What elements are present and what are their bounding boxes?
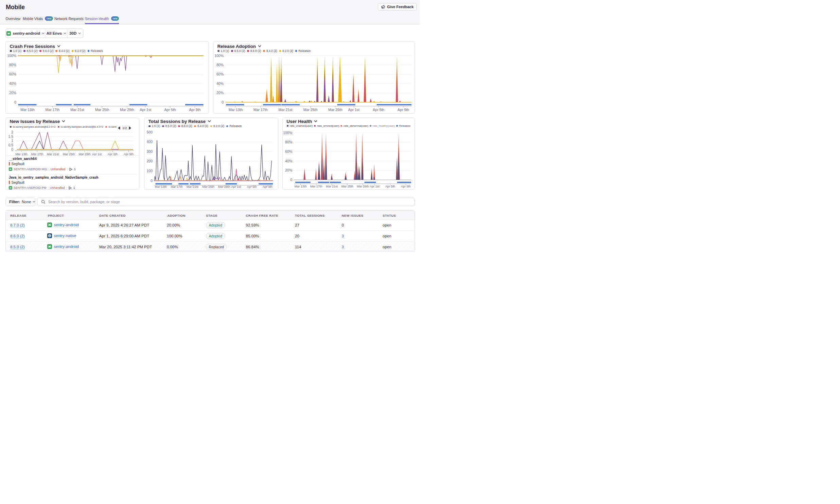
svg-text:Mar 17th: Mar 17th bbox=[310, 185, 322, 188]
svg-text:Mar 17th: Mar 17th bbox=[253, 108, 268, 112]
svg-text:Mar 17th: Mar 17th bbox=[171, 185, 183, 188]
svg-text:0.5: 0.5 bbox=[8, 143, 13, 147]
svg-text:Mar 21st: Mar 21st bbox=[326, 185, 338, 188]
svg-text:Mar 21st: Mar 21st bbox=[279, 108, 293, 112]
svg-text:100%: 100% bbox=[283, 131, 292, 135]
svg-text:Apr 5th: Apr 5th bbox=[385, 185, 395, 188]
svg-text:20%: 20% bbox=[285, 168, 292, 172]
svg-text:Mar 25th: Mar 25th bbox=[341, 185, 353, 188]
svg-text:20%: 20% bbox=[216, 91, 224, 95]
svg-text:Mar 25th: Mar 25th bbox=[95, 108, 109, 112]
svg-text:Mar 29th: Mar 29th bbox=[357, 185, 369, 188]
svg-text:80%: 80% bbox=[9, 62, 16, 67]
svg-text:100%: 100% bbox=[7, 53, 16, 57]
svg-text:80%: 80% bbox=[216, 62, 224, 67]
svg-text:Apr 5th: Apr 5th bbox=[373, 108, 384, 112]
svg-text:Apr 1st: Apr 1st bbox=[140, 108, 151, 112]
svg-text:Mar 29th: Mar 29th bbox=[328, 108, 343, 112]
svg-text:0: 0 bbox=[151, 179, 153, 183]
svg-text:Mar 25th: Mar 25th bbox=[202, 185, 214, 188]
svg-text:C: C bbox=[49, 234, 51, 237]
svg-text:Apr 9th: Apr 9th bbox=[401, 185, 410, 188]
svg-text:Mar 29th: Mar 29th bbox=[218, 185, 230, 188]
svg-text:200: 200 bbox=[146, 159, 153, 163]
svg-text:0: 0 bbox=[14, 100, 16, 104]
svg-text:40%: 40% bbox=[216, 81, 224, 85]
svg-text:400: 400 bbox=[146, 140, 153, 144]
svg-text:60%: 60% bbox=[9, 72, 16, 76]
svg-text:Apr 9th: Apr 9th bbox=[263, 185, 273, 188]
svg-text:Mar 13th: Mar 13th bbox=[229, 108, 243, 112]
svg-text:Apr 9th: Apr 9th bbox=[398, 108, 409, 112]
svg-text:1.5: 1.5 bbox=[8, 134, 13, 139]
svg-text:40%: 40% bbox=[285, 159, 292, 163]
svg-text:Mar 17th: Mar 17th bbox=[46, 108, 60, 112]
svg-text:0: 0 bbox=[11, 147, 13, 151]
svg-text:300: 300 bbox=[146, 149, 153, 154]
svg-text:500: 500 bbox=[146, 130, 153, 134]
svg-text:Mar 29th: Mar 29th bbox=[120, 108, 134, 112]
svg-text:0: 0 bbox=[222, 100, 224, 104]
svg-text:Mar 21st: Mar 21st bbox=[70, 108, 84, 112]
svg-text:0: 0 bbox=[290, 178, 292, 182]
svg-text:Apr 1st: Apr 1st bbox=[370, 185, 380, 188]
svg-text:Apr 9th: Apr 9th bbox=[189, 108, 201, 112]
svg-text:1: 1 bbox=[11, 139, 13, 143]
svg-text:80%: 80% bbox=[285, 140, 292, 144]
svg-text:Mar 13th: Mar 13th bbox=[155, 185, 167, 188]
svg-text:100: 100 bbox=[146, 169, 153, 173]
svg-text:Mar 13th: Mar 13th bbox=[295, 185, 307, 188]
svg-text:Mar 21st: Mar 21st bbox=[187, 185, 199, 188]
svg-text:40%: 40% bbox=[9, 81, 16, 85]
svg-text:60%: 60% bbox=[216, 72, 224, 76]
svg-text:Mar 13th: Mar 13th bbox=[20, 108, 35, 112]
svg-text:Apr 1st: Apr 1st bbox=[231, 185, 241, 188]
svg-text:100%: 100% bbox=[214, 53, 224, 57]
svg-text:Apr 1st: Apr 1st bbox=[348, 108, 360, 112]
svg-text:60%: 60% bbox=[285, 149, 292, 154]
svg-text:2: 2 bbox=[11, 130, 13, 134]
svg-text:Mar 25th: Mar 25th bbox=[303, 108, 318, 112]
svg-text:Apr 5th: Apr 5th bbox=[164, 108, 176, 112]
svg-text:Apr 5th: Apr 5th bbox=[247, 185, 257, 188]
svg-text:20%: 20% bbox=[9, 91, 16, 95]
